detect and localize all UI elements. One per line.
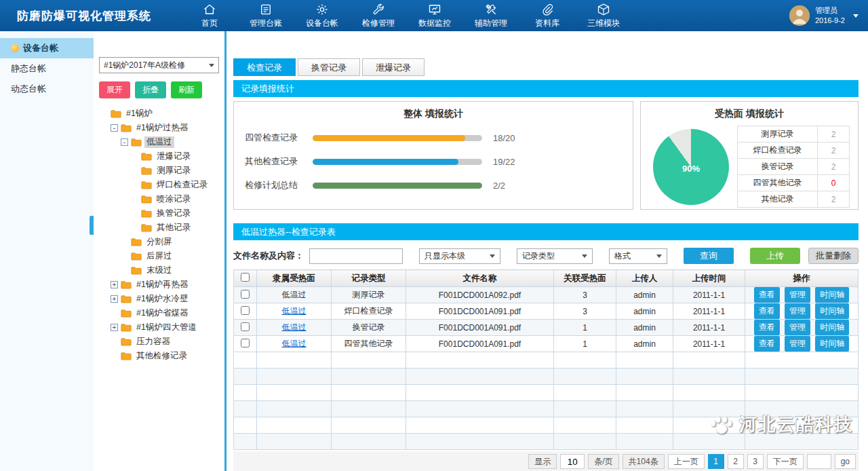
manage-button[interactable]: 管理	[785, 287, 810, 303]
row-checkbox[interactable]	[241, 322, 250, 331]
user-name: 管理员	[815, 5, 845, 16]
select-all-checkbox[interactable]	[241, 273, 250, 282]
tree-node[interactable]: 其他检修记录	[98, 349, 220, 363]
file-search-input[interactable]	[309, 248, 403, 264]
tree-action-button[interactable]: 刷新	[171, 81, 202, 98]
batch-delete-button[interactable]: 批量删除	[808, 248, 859, 264]
expander-icon[interactable]: -	[121, 138, 128, 146]
record-type-cell: 焊口检查记录	[332, 303, 406, 320]
folder-icon	[141, 209, 152, 218]
tree-node[interactable]: + #1锅炉四大管道	[98, 320, 220, 335]
column-header: 隶属受热面	[257, 270, 332, 287]
scope-select[interactable]: 只显示本级	[419, 248, 500, 264]
tree-node[interactable]: 焊口检查记录	[98, 178, 220, 192]
user-menu[interactable]: 管理员 2016-9-2	[789, 5, 859, 26]
expander-icon[interactable]: +	[111, 324, 118, 331]
surface-link[interactable]: 低温过	[282, 339, 307, 348]
page-size-input[interactable]	[560, 454, 585, 469]
nav-item[interactable]: 数据监控	[416, 3, 454, 29]
tree-node[interactable]: + #1锅炉再热器	[98, 278, 220, 292]
tree-action-button[interactable]: 折叠	[135, 81, 166, 98]
tree-node[interactable]: - 低温过	[98, 135, 220, 149]
sidebar-item[interactable]: 动态台帐	[0, 79, 94, 99]
goto-page-input[interactable]	[807, 454, 831, 469]
tab[interactable]: 检查记录	[233, 58, 296, 76]
manage-button[interactable]: 管理	[785, 320, 810, 335]
tree-node[interactable]: #1锅炉省煤器	[98, 306, 220, 320]
tree-node-label: 测厚记录	[155, 165, 193, 176]
tab[interactable]: 泄爆记录	[362, 58, 425, 76]
nav-item[interactable]: 首页	[191, 3, 229, 29]
chevron-down-icon	[656, 255, 662, 258]
top-nav: 首页 管理台账 设备台帐 检修管理	[191, 3, 623, 29]
tree-node[interactable]: 后屏过	[98, 249, 220, 263]
upload-time-cell: 2011-1-1	[673, 320, 745, 336]
nav-item[interactable]: 辅助管理	[472, 3, 510, 29]
search-button[interactable]: 查询	[684, 248, 734, 264]
surface-link[interactable]: 低温过	[282, 306, 307, 316]
tree-node[interactable]: 压力容器	[98, 335, 220, 349]
tree-node[interactable]: 换管记录	[98, 206, 220, 221]
related-surface-cell: 1	[554, 336, 616, 352]
expander-icon[interactable]: +	[111, 295, 118, 303]
sidebar-item[interactable]: 设备台帐	[0, 38, 94, 58]
prev-page-button[interactable]: 上一页	[668, 454, 705, 469]
view-button[interactable]: 查看	[754, 287, 780, 303]
timeline-button[interactable]: 时间轴	[815, 287, 849, 303]
nav-item[interactable]: 资料库	[528, 3, 566, 29]
folder-icon	[141, 195, 152, 204]
progress-bar-track	[313, 159, 482, 165]
tree-node-label: 后屏过	[144, 250, 174, 262]
uploader-cell: admin	[616, 336, 673, 352]
tree-node-label: 其他检修记录	[134, 350, 189, 362]
page-number-button[interactable]: 1	[708, 454, 724, 469]
timeline-button[interactable]: 时间轴	[815, 336, 849, 352]
timeline-button[interactable]: 时间轴	[815, 320, 849, 335]
go-button[interactable]: go	[835, 454, 856, 469]
tree-action-button[interactable]: 展开	[99, 81, 130, 98]
nav-item[interactable]: 设备台帐	[303, 3, 341, 29]
view-button[interactable]: 查看	[754, 320, 780, 335]
surface-link[interactable]: 低温过	[282, 322, 307, 332]
tree-node[interactable]: 其他记录	[98, 221, 220, 235]
overhaul-task-select[interactable]: #1锅炉2017年A级检修	[99, 57, 219, 73]
view-button[interactable]: 查看	[754, 303, 780, 319]
expander-icon[interactable]: -	[111, 124, 118, 132]
timeline-button[interactable]: 时间轴	[815, 303, 849, 319]
sidebar-item[interactable]: 静态台帐	[0, 58, 94, 79]
format-select[interactable]: 格式	[609, 248, 667, 264]
panel-collapse-handle[interactable]	[90, 216, 94, 235]
page-number-button[interactable]: 3	[747, 454, 764, 469]
manage-button[interactable]: 管理	[785, 303, 810, 319]
nav-item[interactable]: 三维模块	[585, 3, 623, 29]
tab[interactable]: 换管记录	[298, 58, 360, 76]
tree-buttons: 展开 折叠 刷新	[99, 81, 219, 98]
surface-link[interactable]: 低温过	[282, 290, 307, 299]
tree-node[interactable]: 泄爆记录	[98, 149, 220, 164]
record-type-select[interactable]: 记录类型	[517, 248, 593, 264]
upload-button[interactable]: 上传	[750, 248, 800, 264]
tree-node[interactable]: 末级过	[98, 263, 220, 278]
tree-node[interactable]: 测厚记录	[98, 164, 220, 178]
overall-stats-title: 整体 填报统计	[241, 108, 626, 120]
tree-node[interactable]: - #1锅炉过热器	[98, 121, 220, 135]
row-checkbox[interactable]	[241, 339, 250, 347]
page-number-button[interactable]: 2	[728, 454, 744, 469]
next-page-button[interactable]: 下一页	[767, 454, 804, 469]
per-page-label: 条/页	[588, 454, 618, 469]
progress-bar-fill	[313, 159, 458, 165]
expander-icon[interactable]: +	[111, 281, 118, 288]
tree-node[interactable]: 分割屏	[98, 235, 220, 249]
heating-stat-label: 四管其他记录	[738, 175, 818, 191]
tree-node[interactable]: 喷涂记录	[98, 192, 220, 206]
manage-button[interactable]: 管理	[785, 336, 810, 352]
row-checkbox[interactable]	[241, 306, 250, 315]
nav-item[interactable]: 管理台账	[247, 3, 285, 29]
heating-stats-row: 其他记录 2	[738, 191, 850, 208]
tree-node-label: 喷涂记录	[155, 193, 193, 205]
nav-item[interactable]: 检修管理	[359, 3, 397, 29]
tree-node[interactable]: #1锅炉	[98, 107, 220, 121]
view-button[interactable]: 查看	[754, 336, 780, 352]
row-checkbox[interactable]	[241, 290, 250, 299]
tree-node[interactable]: + #1锅炉水冷壁	[98, 292, 220, 306]
